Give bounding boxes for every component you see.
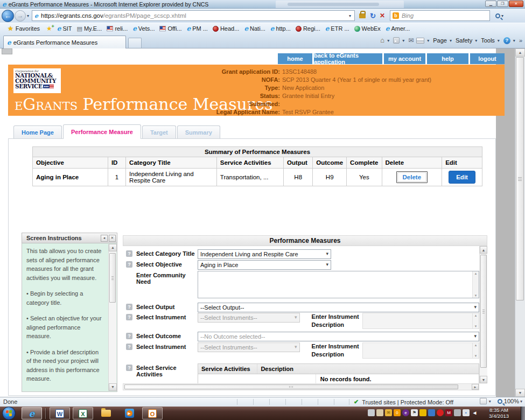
favorite-link[interactable]: eETR ... xyxy=(325,25,349,32)
favorite-link[interactable]: Offi... xyxy=(159,25,181,32)
zoom-dropdown-icon[interactable]: ▾ xyxy=(520,399,522,404)
lock-tray-icon[interactable] xyxy=(419,409,426,416)
scroll-up-icon[interactable]: ▲ xyxy=(474,272,478,275)
delete-button[interactable]: Delete xyxy=(396,171,428,183)
output-select[interactable]: --Select Output-- xyxy=(198,303,479,312)
mail-tray-icon[interactable]: ✉ xyxy=(385,409,392,416)
favorite-link[interactable]: Regi... xyxy=(296,25,320,32)
help-icon[interactable]: ? xyxy=(126,314,132,320)
search-icon[interactable] xyxy=(495,13,500,18)
browser-tab[interactable]: e eGrants Performance Measures xyxy=(3,36,126,48)
show-desktop-button[interactable] xyxy=(521,407,525,420)
help-icon[interactable]: ? xyxy=(126,250,132,257)
objective-select[interactable]: Aging in Place xyxy=(198,260,331,270)
favorite-link[interactable]: Head... xyxy=(213,25,239,32)
outcome-select[interactable]: --No Outcome selected-- xyxy=(198,332,479,341)
network-tray-icon[interactable]: ▪ xyxy=(463,409,470,416)
taskbar-excel[interactable]: X xyxy=(73,407,93,419)
nav-back-to-egrants[interactable]: back to eGrants application xyxy=(314,53,382,64)
installer-tray-icon[interactable] xyxy=(376,409,383,416)
stop-button[interactable]: ✕ xyxy=(380,12,385,19)
scrollbar-thumb[interactable] xyxy=(124,384,458,389)
help-icon[interactable]: ? xyxy=(503,37,510,44)
favorite-link[interactable]: ePM ... xyxy=(187,25,208,32)
taskbar-ie[interactable]: e xyxy=(22,407,42,419)
security-zone[interactable]: ✔ Trusted sites | Protected Mode: Off xyxy=(354,398,453,405)
scroll-down-icon[interactable]: ▼ xyxy=(474,294,478,297)
help-icon[interactable]: ? xyxy=(126,261,132,268)
favorites-button[interactable]: Favorites xyxy=(16,25,40,32)
scroll-down-icon[interactable]: ▼ xyxy=(515,389,525,397)
browser-scrollbar[interactable]: ▲ ▼ xyxy=(515,48,525,397)
nav-home[interactable]: home xyxy=(278,53,312,64)
nav-my-account[interactable]: my account xyxy=(384,53,425,64)
read-mail-icon[interactable]: ✉ xyxy=(408,37,414,44)
blue-tray-icon[interactable] xyxy=(428,409,435,416)
favorite-link[interactable]: eVets... xyxy=(132,25,155,32)
compat-dropdown-icon[interactable]: ▾ xyxy=(489,399,491,404)
security-lock-icon[interactable] xyxy=(359,13,366,18)
scrollbar-thumb[interactable] xyxy=(516,57,524,300)
scroll-up-icon[interactable]: ▲ xyxy=(480,246,487,254)
textarea-scrollbar[interactable]: ▲▼ xyxy=(472,271,479,298)
background-window[interactable] xyxy=(276,1,404,8)
taskbar-explorer[interactable] xyxy=(96,407,116,419)
search-dropdown-icon[interactable]: ▾ xyxy=(501,13,503,18)
back-button[interactable]: ← xyxy=(2,10,14,22)
collapse-panel-button[interactable]: ◂ xyxy=(101,235,108,242)
close-panel-button[interactable]: ✕ xyxy=(109,235,116,242)
home-icon[interactable]: ⌂ xyxy=(380,37,384,44)
taskbar-media-player[interactable]: ▶ xyxy=(119,407,139,419)
nav-logout[interactable]: logout xyxy=(470,53,505,64)
taskbar-clock[interactable]: 8:35 AM 3/4/2013 xyxy=(489,408,509,419)
scroll-up-icon[interactable]: ▲ xyxy=(515,48,525,57)
favorite-link[interactable]: reli... xyxy=(107,25,128,32)
community-need-textarea[interactable]: ▲▼ xyxy=(198,271,479,298)
forward-button[interactable]: → xyxy=(15,10,26,22)
trend-micro-tray-icon[interactable] xyxy=(437,409,444,416)
taskbar-word[interactable]: W xyxy=(50,407,70,419)
flag-tray-icon[interactable]: ⚑ xyxy=(411,409,418,416)
help-icon[interactable]: ? xyxy=(126,333,132,339)
print-dropdown-icon[interactable]: ▾ xyxy=(427,38,429,43)
recent-pages-dropdown-icon[interactable]: ▾ xyxy=(27,13,29,18)
help-icon[interactable]: ? xyxy=(126,365,132,371)
form-horizontal-scrollbar[interactable]: ▸ xyxy=(123,383,479,390)
tools-dropdown-icon[interactable]: ▾ xyxy=(498,38,500,43)
help-icon[interactable]: ? xyxy=(126,304,132,310)
help-icon[interactable]: ? xyxy=(126,344,132,350)
close-button[interactable]: ✕ xyxy=(509,1,523,7)
scroll-down-icon[interactable]: ▼ xyxy=(480,376,487,383)
safety-dropdown-icon[interactable]: ▾ xyxy=(475,38,477,43)
start-button[interactable] xyxy=(2,407,16,420)
compatibility-view-icon[interactable] xyxy=(480,398,487,404)
help-dropdown-icon[interactable]: ▾ xyxy=(513,38,515,43)
favorite-link[interactable]: eAmer... xyxy=(386,25,410,32)
favorite-link[interactable]: ehttp... xyxy=(270,25,291,32)
purple-e-tray-icon[interactable]: e xyxy=(402,409,409,416)
url-dropdown-icon[interactable]: ▾ xyxy=(349,13,351,18)
refresh-button[interactable]: ↻ xyxy=(370,12,376,19)
mcafee-shield-tray-icon[interactable]: M xyxy=(445,409,452,416)
toolbar-overflow-chevron[interactable]: » xyxy=(519,37,522,44)
orange-o-tray-icon[interactable]: 0 xyxy=(394,409,401,416)
maximize-button[interactable]: ❐ xyxy=(497,1,508,7)
add-favorite-icon[interactable]: ★ xyxy=(46,25,52,32)
taskbar-outlook[interactable]: O xyxy=(142,407,163,419)
zoom-control[interactable]: 100% ▾ xyxy=(498,398,523,404)
favorite-link[interactable]: eNati... xyxy=(244,25,265,32)
nav-help[interactable]: help xyxy=(427,53,468,64)
tools-menu[interactable]: Tools xyxy=(481,37,495,44)
tab-performance-measure[interactable]: Performance Measure xyxy=(63,124,141,139)
grey-tray-icon[interactable] xyxy=(454,409,461,416)
instructions-scrollbar[interactable]: ▲ ▼ xyxy=(108,244,116,391)
new-tab-button[interactable] xyxy=(128,38,142,48)
safety-menu[interactable]: Safety xyxy=(456,37,472,44)
scroll-down-icon[interactable]: ▼ xyxy=(109,383,117,391)
url-field[interactable]: e https://egrants.cns.gov/egrantsPM/page… xyxy=(32,10,355,21)
home-dropdown-icon[interactable]: ▾ xyxy=(387,38,389,43)
page-menu[interactable]: Page xyxy=(433,37,447,44)
scrollbar-thumb[interactable] xyxy=(109,253,116,303)
favorite-link[interactable]: WebEx xyxy=(354,25,381,32)
speaker-tray-icon[interactable]: ◄ xyxy=(471,409,478,416)
